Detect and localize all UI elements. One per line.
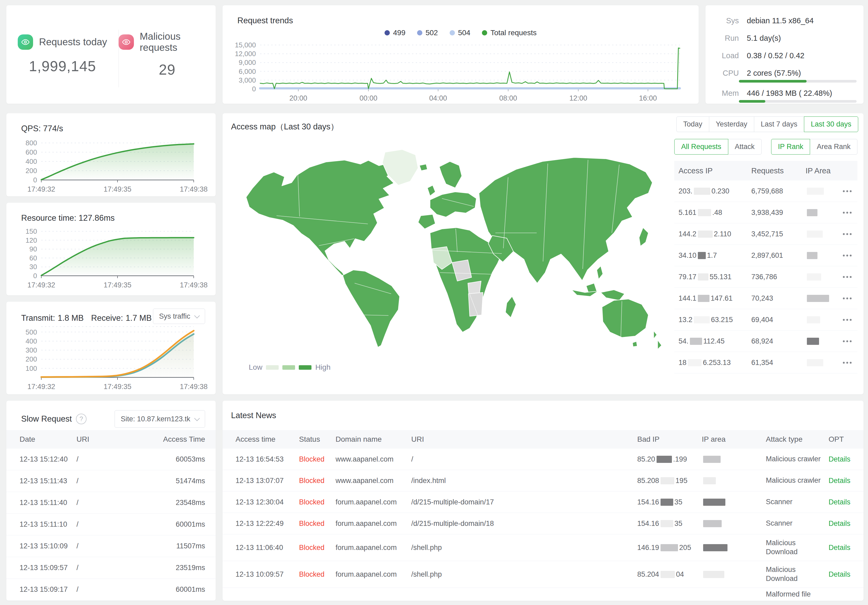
system-info-label: Sys	[713, 16, 739, 25]
request-uri: /shell.php	[411, 544, 637, 552]
details-link[interactable]: Details	[829, 570, 858, 579]
censored-text	[807, 359, 823, 366]
legend-dot-icon	[450, 30, 455, 36]
request-date: 12-13 15:10:09	[20, 542, 76, 550]
request-count: 2,897,601	[751, 251, 806, 260]
period-tab-last-7-days[interactable]: Last 7 days	[754, 116, 804, 132]
site-select[interactable]: Site: 10.87.kern123.tk	[115, 410, 205, 428]
legend-item[interactable]: Total requests	[482, 29, 536, 37]
progress-fill	[739, 100, 765, 103]
period-tabs: TodayYesterdayLast 7 daysLast 30 days	[676, 116, 858, 132]
more-actions-icon[interactable]	[841, 210, 857, 215]
legend-label: 504	[458, 29, 471, 37]
request-uri: /shell.php	[411, 570, 637, 579]
ip-area	[806, 209, 841, 217]
svg-text:12:00: 12:00	[569, 94, 587, 102]
traffic-chart[interactable]: 10020030040050017:49:3217:49:3517:49:38	[17, 322, 210, 391]
slow-request-card: Slow Request ? Site: 10.87.kern123.tk Da…	[6, 401, 215, 601]
news-row: 12-13 12:22:49Blockedforum.aapanel.com/d…	[223, 513, 863, 534]
resource-time-chart[interactable]: 030609012015017:49:3217:49:3517:49:38	[17, 228, 210, 289]
details-link[interactable]: Details	[829, 520, 858, 528]
column-header: Domain name	[336, 435, 411, 444]
period-tab-last-30-days[interactable]: Last 30 days	[804, 116, 858, 132]
eye-alert-icon	[119, 34, 134, 50]
access-time: 60001ms	[156, 520, 205, 529]
news-row: 12-13 11:06:40Blockedforum.aapanel.com/s…	[223, 534, 863, 561]
ip-area	[806, 251, 841, 260]
more-actions-icon[interactable]	[841, 339, 857, 344]
details-link[interactable]: Details	[829, 477, 858, 485]
censored-text	[694, 316, 710, 323]
svg-text:17:49:38: 17:49:38	[180, 383, 208, 391]
censored-text	[690, 338, 702, 345]
svg-text:00:00: 00:00	[360, 94, 377, 102]
more-actions-icon[interactable]	[841, 317, 857, 322]
ip-area	[806, 358, 841, 367]
svg-text:200: 200	[26, 355, 37, 363]
more-actions-icon[interactable]	[841, 253, 857, 258]
request-count: 68,924	[751, 337, 806, 345]
request-uri: /index.html	[411, 477, 637, 485]
more-actions-icon[interactable]	[841, 231, 857, 237]
more-actions-icon[interactable]	[841, 275, 857, 279]
more-actions-icon[interactable]	[841, 189, 857, 194]
filter-tab-ip-rank[interactable]: IP Rank	[771, 139, 810, 155]
filter-tab-area-rank[interactable]: Area Rank	[810, 139, 857, 155]
access-ip: 203.0.230	[679, 187, 751, 195]
censored-text	[703, 477, 716, 484]
request-uri: /d/215-multiple-domain/17	[411, 498, 637, 506]
more-actions-icon[interactable]	[841, 296, 857, 301]
svg-text:17:49:35: 17:49:35	[104, 383, 131, 391]
censored-text	[660, 499, 673, 506]
system-info-value: debian 11.5 x86_64	[747, 16, 814, 25]
progress-fill	[739, 80, 807, 82]
request-trends-chart[interactable]: 03,0006,0009,00012,00015,00020:0000:0004…	[225, 42, 694, 103]
censored-text	[698, 231, 713, 238]
censored-text	[698, 273, 708, 281]
ip-rank-table: Access IPRequestsIP Area 203.0.2306,759,…	[674, 161, 857, 374]
attack-type: Malicious crawler	[766, 476, 829, 485]
period-tab-yesterday[interactable]: Yesterday	[709, 116, 754, 132]
censored-text	[807, 231, 823, 238]
svg-text:0: 0	[252, 85, 256, 93]
traffic-type-select-value: Sys traffic	[159, 312, 190, 321]
period-tab-today[interactable]: Today	[676, 116, 709, 132]
censored-text	[807, 295, 829, 302]
chart-legend[interactable]: 499502504Total requests	[223, 29, 699, 37]
censored-text	[698, 252, 706, 259]
chevron-down-icon	[194, 313, 200, 318]
svg-text:400: 400	[26, 157, 37, 165]
censored-text	[807, 273, 821, 281]
legend-dot-icon	[384, 30, 390, 36]
slow-request-row: 12-13 15:09:57/23519ms	[6, 557, 215, 579]
legend-item[interactable]: 504	[450, 29, 471, 37]
request-date: 12-13 15:09:57	[20, 564, 76, 572]
access-map-title: Access map（Last 30 days）	[231, 121, 339, 132]
traffic-type-select[interactable]: Sys traffic	[153, 309, 205, 324]
svg-text:12,000: 12,000	[235, 50, 256, 58]
more-actions-icon[interactable]	[841, 360, 857, 365]
domain-name: www.aapanel.com	[336, 477, 411, 485]
qps-chart[interactable]: 020040060080017:49:3217:49:3517:49:38	[17, 140, 210, 193]
filter-tab-all-requests[interactable]: All Requests	[674, 139, 728, 155]
column-header: Date	[20, 435, 76, 444]
filter-tab-attack[interactable]: Attack	[728, 139, 762, 155]
details-link[interactable]: Details	[829, 455, 858, 464]
details-link[interactable]: Details	[829, 544, 858, 552]
details-link[interactable]: Details	[829, 498, 858, 506]
legend-item[interactable]: 502	[417, 29, 438, 37]
news-row: 12-13 10:09:57Blockedforum.aapanel.com/s…	[223, 561, 863, 588]
progress-bar	[739, 100, 857, 103]
svg-text:04:00: 04:00	[429, 94, 447, 102]
access-time: 12-13 12:30:04	[236, 498, 299, 506]
system-info-value: 5.1 day(s)	[747, 34, 781, 43]
censored-text	[807, 252, 817, 259]
censored-text	[807, 316, 820, 323]
world-map[interactable]	[230, 146, 670, 357]
censored-text	[703, 544, 727, 551]
bad-ip: 85.20404	[637, 570, 702, 579]
help-icon[interactable]: ?	[76, 414, 87, 424]
ip-rank-header: Access IPRequestsIP Area	[674, 161, 857, 180]
domain-name: forum.aapanel.com	[336, 520, 411, 528]
legend-item[interactable]: 499	[384, 29, 405, 37]
